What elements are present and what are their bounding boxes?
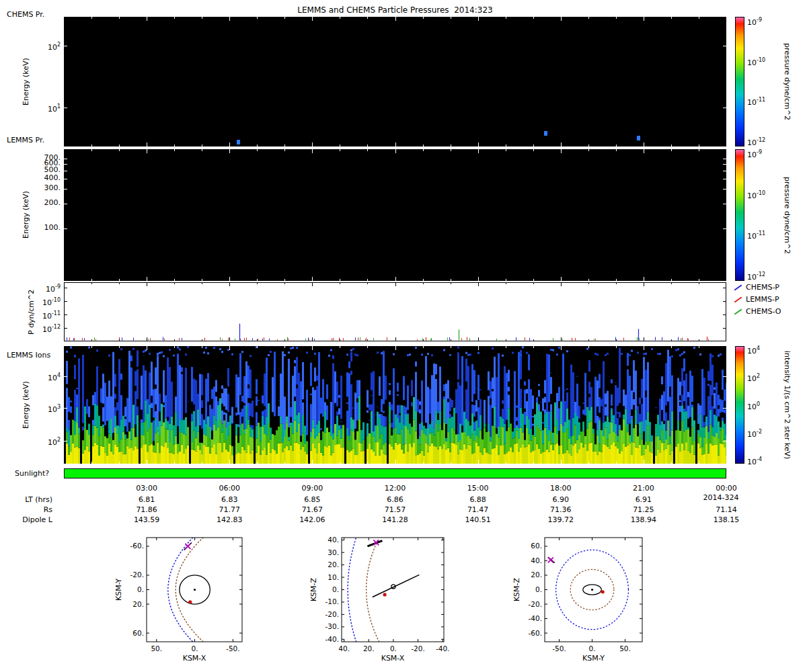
colorbar-tick-label: 10-10 [747,56,785,67]
svg-text:-10.: -10. [325,597,340,605]
ephemeris-value: 71.57 [374,505,417,514]
particle-pressure-dashboard: LEMMS and CHEMS Particle Pressures 2014:… [0,0,807,672]
svg-text:-20.: -20. [529,600,543,608]
ephemeris-value: 138.94 [622,515,665,524]
ephemeris-value: 71.36 [539,505,582,514]
y-axis-tick-label: 200. [30,199,61,207]
legend-item: LEMMS-P [734,295,779,304]
svg-text:50.: 50. [619,644,631,653]
ephemeris-value: 6.81 [125,495,168,504]
y-axis-tick-label: 102 [30,436,61,447]
y-axis-tick-label: 103 [30,403,61,414]
ephemeris-value: 142.83 [208,515,251,524]
orbit-plot-ksmx-ksmz: 40.20.0.-20.-40.40.30.20.10.0.-10.-20.-3… [295,534,456,672]
colorbar-tick-label: 10-2 [747,428,785,439]
next-day-date-label: 2014-324 [694,493,748,502]
svg-text:KSM-X: KSM-X [381,654,405,663]
svg-text:KSM-Y: KSM-Y [582,654,605,663]
time-axis-tick-label: 03:00 [125,484,168,493]
colorbar-tick-label: 10-11 [747,96,785,107]
orbit-plot-ksmx-ksmy: 50.0.-50.-60.-20.0.20.60.KSM-XKSM-Y [100,534,261,672]
colorbar-tick-label: 104 [747,345,785,355]
ephemeris-value: 139.72 [539,515,582,524]
time-axis-tick-label: 21:00 [622,484,665,493]
legend-item: CHEMS-O [734,307,781,316]
svg-text:0.: 0. [192,644,198,653]
colorbar-tick-label: 10-4 [747,456,785,466]
ephemeris-value: 71.77 [208,505,251,514]
legend-label: CHEMS-P [746,283,779,292]
y-axis-tick-label: 400. [30,174,61,182]
pressure-line-plot [64,282,726,341]
y-axis-label-chems-energy: Energy (keV) [22,17,32,146]
colorbar-tick-label: 10-12 [747,136,785,147]
colorbar-tick-label: 10-9 [747,149,785,159]
ephemeris-value: 71.67 [291,505,334,514]
svg-text:-20.: -20. [325,610,340,618]
time-axis-tick-label: 09:00 [291,484,334,493]
svg-text:20.: 20. [531,571,542,579]
svg-text:-40.: -40. [529,614,543,622]
ephemeris-row-label-rs: Rs [0,505,52,514]
colorbar-label-pressure-middle: pressure dyne/cm^2 [781,149,792,281]
y-axis-tick-label: 300. [30,184,61,192]
svg-text:0.: 0. [137,585,144,593]
legend-label: CHEMS-O [746,307,781,316]
colorbar-tick-label: 10-11 [747,230,785,241]
svg-text:40.: 40. [338,644,350,653]
orbit-plot-ksmy-ksmz: -50.0.50.60.40.20.0.-20.-40.-60.KSM-YKSM… [496,534,658,672]
ephemeris-value: 6.85 [291,495,334,504]
y-axis-tick-label: 100. [30,224,61,232]
svg-text:40.: 40. [328,536,339,544]
chems-pressure-spectrogram [64,17,726,146]
ephemeris-value: 6.88 [457,495,500,504]
time-axis-tick-label: 06:00 [208,484,251,493]
ephemeris-value: 71.25 [622,505,665,514]
svg-text:-30.: -30. [325,622,340,630]
y-axis-tick-label: 101 [30,103,61,114]
ephemeris-value: 6.86 [374,495,417,504]
ephemeris-value: 141.28 [374,515,417,524]
ephemeris-row-label-dipole-l: Dipole L [0,515,52,524]
svg-text:30.: 30. [328,548,339,556]
panel-label-sunlight: Sunlight? [15,469,49,478]
ephemeris-value: 142.06 [291,515,334,524]
colorbar-label-pressure-top: pressure dyne/cm^2 [781,17,792,146]
svg-text:-40.: -40. [325,635,340,643]
ephemeris-value: 143.59 [125,515,168,524]
time-axis-tick-label: 12:00 [374,484,417,493]
colorbar-tick-label: 10-9 [747,16,785,27]
time-axis-tick-label: 18:00 [539,484,582,493]
svg-text:60.: 60. [132,629,144,637]
intensity-colorbar [735,346,744,464]
y-axis-tick-label: 10-12 [30,323,61,334]
svg-text:-20.: -20. [411,644,425,653]
ephemeris-value: 6.83 [208,495,251,504]
ephemeris-value: 71.47 [457,505,500,514]
ephemeris-value: 71.86 [125,505,168,514]
svg-text:0.: 0. [589,644,596,653]
colorbar-tick-label: 100 [747,401,785,411]
svg-text:20.: 20. [132,600,144,608]
svg-text:0.: 0. [535,585,542,593]
y-axis-tick-label: 10-11 [30,310,61,321]
svg-text:20.: 20. [328,560,339,569]
svg-text:-60.: -60. [130,542,145,550]
legend-item: CHEMS-P [734,283,779,292]
ephemeris-value: 71.14 [705,505,748,514]
time-axis-tick-label: 00:00 [705,484,748,493]
pressure-colorbar-middle [735,149,744,281]
ephemeris-row-label-lt: LT (hrs) [0,495,52,504]
lemms-ions-spectrogram [64,346,726,464]
colorbar-tick-label: 102 [747,372,785,383]
colorbar-tick-label: 10-12 [747,271,785,282]
legend-label: LEMMS-P [746,295,779,304]
time-axis-tick-label: 15:00 [457,484,500,493]
svg-text:KSM-Y: KSM-Y [114,579,123,601]
y-axis-tick-label: 104 [30,372,61,382]
svg-text:60.: 60. [531,542,542,550]
y-axis-tick-label: 10-10 [30,296,61,307]
sunlight-indicator-bar [64,468,726,478]
legend-line [734,284,742,290]
svg-text:-50.: -50. [552,644,566,653]
